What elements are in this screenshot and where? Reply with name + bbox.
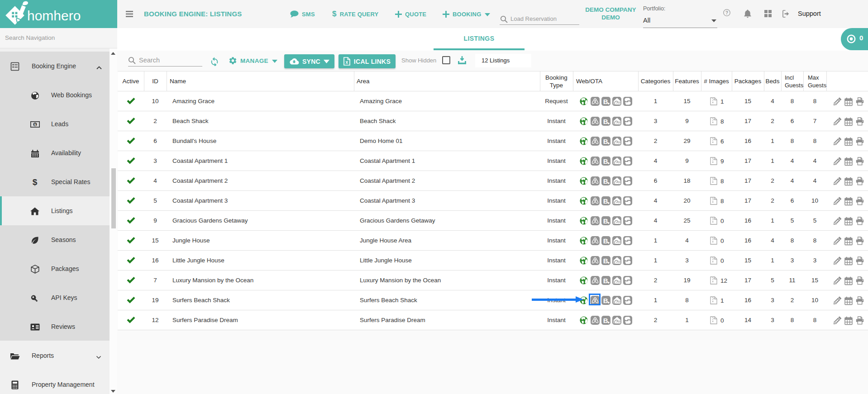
svg-text:B: B: [603, 138, 608, 145]
svg-text:B: B: [603, 98, 608, 105]
svg-text:?: ?: [725, 10, 728, 15]
svg-text:$: $: [34, 123, 36, 127]
svg-text:B: B: [603, 157, 608, 165]
svg-text:B: B: [603, 217, 608, 225]
svg-text:B: B: [603, 317, 608, 324]
svg-text:B: B: [603, 277, 608, 285]
svg-text:x: x: [345, 60, 348, 65]
svg-text:B: B: [603, 297, 608, 304]
svg-text:B: B: [603, 197, 608, 205]
svg-text:B: B: [603, 177, 608, 185]
svg-text:B: B: [603, 257, 608, 265]
svg-text:homhero: homhero: [27, 8, 81, 23]
svg-text:B: B: [603, 118, 608, 125]
svg-text:B: B: [603, 237, 608, 245]
